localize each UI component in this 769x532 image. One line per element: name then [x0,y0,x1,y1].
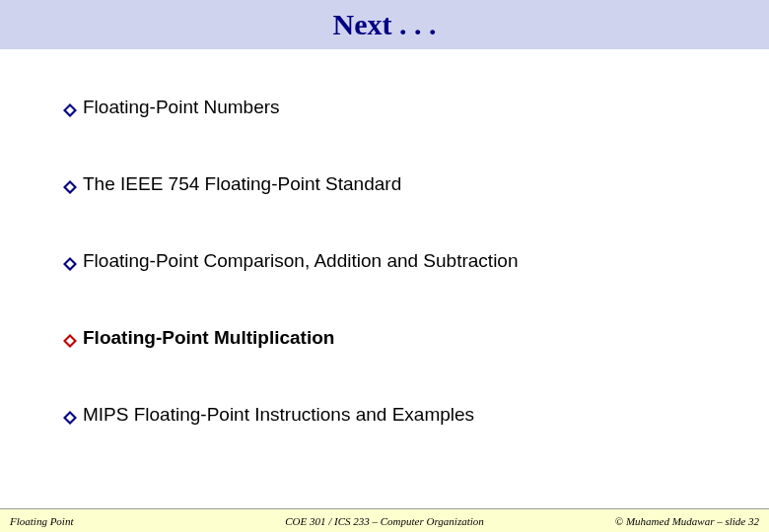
bullet-item: MIPS Floating-Point Instructions and Exa… [63,404,749,426]
diamond-bullet-icon [63,177,77,199]
bullet-text: Floating-Point Comparison, Addition and … [83,250,518,272]
footer-left: Floating Point [10,515,259,527]
footer: Floating Point COE 301 / ICS 233 – Compu… [0,508,769,532]
bullet-text: The IEEE 754 Floating-Point Standard [83,173,401,195]
footer-right: © Muhamed Mudawar – slide 32 [510,515,759,527]
bullet-item: Floating-Point Comparison, Addition and … [63,250,749,272]
diamond-bullet-icon [63,254,77,276]
bullet-text: Floating-Point Numbers [83,97,280,118]
title-bar: Next . . . [0,0,769,53]
diamond-bullet-icon [63,331,77,353]
bullet-text: Floating-Point Multiplication [83,327,334,349]
bullet-item: Floating-Point Numbers [63,97,749,118]
bullet-item: The IEEE 754 Floating-Point Standard [63,173,749,195]
diamond-bullet-icon [63,408,77,430]
footer-center: COE 301 / ICS 233 – Computer Organizatio… [259,515,509,527]
bullet-text: MIPS Floating-Point Instructions and Exa… [83,404,474,426]
bullet-item-current: Floating-Point Multiplication [63,327,749,349]
content-area: Floating-Point Numbers The IEEE 754 Floa… [0,53,769,500]
slide-title: Next . . . [333,8,437,41]
diamond-bullet-icon [63,100,77,122]
